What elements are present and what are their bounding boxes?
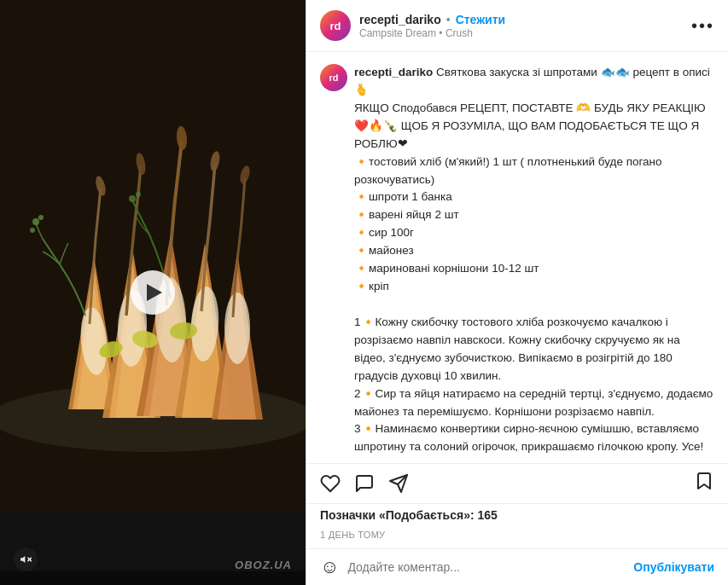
svg-point-21	[224, 292, 250, 364]
likes-prefix: Позначки «Подобається»:	[320, 508, 475, 522]
comment-input[interactable]	[347, 560, 625, 574]
bookmark-icon	[694, 471, 714, 491]
username-row: recepti_dariko • Стежити	[359, 13, 691, 26]
svg-point-29	[30, 228, 35, 233]
header-info: recepti_dariko • Стежити Campsite Dream …	[359, 13, 691, 39]
content-panel: rd recepti_dariko • Стежити Campsite Dre…	[306, 0, 728, 585]
mute-button[interactable]	[14, 547, 38, 571]
likes-count: 165	[478, 508, 498, 522]
post-comment-button[interactable]: Опублікувати	[633, 560, 714, 574]
dot-separator: •	[446, 13, 451, 26]
post-container: OBOZ.UA rd recepti_dariko • Стежити Camp…	[0, 0, 728, 585]
post-body: rd recepti_dariko Святкова закуска зі шп…	[306, 52, 728, 464]
comment-button[interactable]	[354, 473, 375, 494]
play-icon	[147, 284, 162, 301]
svg-point-27	[32, 218, 39, 225]
likes-label: Позначки «Подобається»: 165	[320, 508, 498, 522]
svg-rect-36	[0, 571, 306, 585]
more-options-button[interactable]: •••	[691, 17, 714, 34]
caption-avatar: rd	[320, 64, 347, 91]
caption-body: Святкова закуска зі шпротами 🐟🐟 рецепт в…	[354, 66, 713, 453]
header-username[interactable]: recepti_dariko	[359, 13, 441, 26]
caption-username[interactable]: recepti_dariko	[354, 66, 433, 78]
comment-icon	[354, 473, 375, 494]
svg-point-31	[136, 192, 141, 197]
caption-text: recepti_dariko Святкова закуска зі шпрот…	[354, 64, 714, 456]
share-button[interactable]	[388, 473, 409, 494]
timestamp: 1 ДЕНЬ ТОМУ	[320, 530, 385, 540]
actions-row	[306, 464, 728, 504]
svg-point-30	[129, 195, 136, 202]
heart-icon	[320, 473, 341, 494]
caption-row: rd recepti_dariko Святкова закуска зі шп…	[320, 64, 714, 456]
save-button[interactable]	[694, 471, 714, 496]
watermark: OBOZ.UA	[235, 559, 292, 571]
play-button[interactable]	[131, 270, 175, 315]
post-header: rd recepti_dariko • Стежити Campsite Dre…	[306, 0, 728, 52]
like-button[interactable]	[320, 473, 341, 494]
timestamp-row: 1 ДЕНЬ ТОМУ	[306, 524, 728, 548]
emoji-button[interactable]: ☺	[320, 556, 339, 578]
header-subtitle: Campsite Dream • Crush	[359, 27, 691, 39]
header-avatar: rd	[320, 10, 351, 41]
svg-point-28	[38, 215, 44, 220]
video-panel: OBOZ.UA	[0, 0, 306, 585]
follow-button[interactable]: Стежити	[456, 13, 506, 26]
share-icon	[388, 473, 409, 494]
likes-row: Позначки «Подобається»: 165	[306, 504, 728, 524]
mute-icon	[20, 553, 32, 565]
comment-input-row: ☺ Опублікувати	[306, 548, 728, 585]
